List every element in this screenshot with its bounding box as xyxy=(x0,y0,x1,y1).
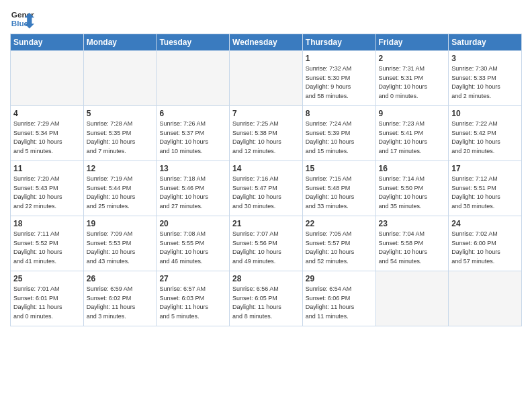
weekday-header-saturday: Saturday xyxy=(449,34,522,51)
day-number: 23 xyxy=(379,219,446,228)
day-cell: 1Sunrise: 7:32 AM Sunset: 5:30 PM Daylig… xyxy=(302,51,375,106)
weekday-header-sunday: Sunday xyxy=(11,34,84,51)
day-number: 7 xyxy=(232,109,300,118)
day-cell: 28Sunrise: 6:56 AM Sunset: 6:05 PM Dayli… xyxy=(230,271,303,326)
day-number: 26 xyxy=(87,274,154,283)
day-cell: 21Sunrise: 7:07 AM Sunset: 5:56 PM Dayli… xyxy=(230,216,303,271)
day-number: 8 xyxy=(306,109,373,118)
day-cell: 10Sunrise: 7:22 AM Sunset: 5:42 PM Dayli… xyxy=(449,106,522,161)
day-cell xyxy=(375,271,449,326)
day-info: Sunrise: 7:23 AM Sunset: 5:41 PM Dayligh… xyxy=(379,120,446,156)
day-info: Sunrise: 7:32 AM Sunset: 5:30 PM Dayligh… xyxy=(306,64,373,101)
day-info: Sunrise: 7:31 AM Sunset: 5:31 PM Dayligh… xyxy=(379,64,446,101)
day-cell: 16Sunrise: 7:14 AM Sunset: 5:50 PM Dayli… xyxy=(375,161,449,216)
day-cell: 3Sunrise: 7:30 AM Sunset: 5:33 PM Daylig… xyxy=(449,51,522,106)
weekday-header-row: SundayMondayTuesdayWednesdayThursdayFrid… xyxy=(11,34,522,51)
day-number: 11 xyxy=(13,164,81,173)
day-info: Sunrise: 7:09 AM Sunset: 5:53 PM Dayligh… xyxy=(87,230,154,266)
day-cell: 6Sunrise: 7:26 AM Sunset: 5:37 PM Daylig… xyxy=(157,106,230,161)
day-number: 29 xyxy=(306,274,373,283)
calendar-container: General Blue SundayMondayTuesdayWednesda… xyxy=(0,0,532,333)
day-info: Sunrise: 7:28 AM Sunset: 5:35 PM Dayligh… xyxy=(87,120,154,156)
day-info: Sunrise: 7:22 AM Sunset: 5:42 PM Dayligh… xyxy=(451,120,519,156)
day-info: Sunrise: 7:18 AM Sunset: 5:46 PM Dayligh… xyxy=(159,175,226,211)
day-cell: 22Sunrise: 7:05 AM Sunset: 5:57 PM Dayli… xyxy=(302,216,375,271)
logo-icon: General Blue xyxy=(10,7,34,31)
day-info: Sunrise: 7:07 AM Sunset: 5:56 PM Dayligh… xyxy=(232,230,300,266)
day-number: 20 xyxy=(159,219,226,228)
day-info: Sunrise: 7:30 AM Sunset: 5:33 PM Dayligh… xyxy=(451,64,519,101)
svg-text:Blue: Blue xyxy=(11,19,29,28)
day-number: 5 xyxy=(87,109,154,118)
day-info: Sunrise: 7:11 AM Sunset: 5:52 PM Dayligh… xyxy=(13,230,81,266)
day-cell: 25Sunrise: 7:01 AM Sunset: 6:01 PM Dayli… xyxy=(11,271,84,326)
day-cell: 19Sunrise: 7:09 AM Sunset: 5:53 PM Dayli… xyxy=(83,216,157,271)
day-number: 21 xyxy=(232,219,300,228)
day-cell: 29Sunrise: 6:54 AM Sunset: 6:06 PM Dayli… xyxy=(302,271,375,326)
day-cell: 15Sunrise: 7:15 AM Sunset: 5:48 PM Dayli… xyxy=(302,161,375,216)
day-info: Sunrise: 7:20 AM Sunset: 5:43 PM Dayligh… xyxy=(13,175,81,211)
day-cell: 27Sunrise: 6:57 AM Sunset: 6:03 PM Dayli… xyxy=(157,271,230,326)
day-info: Sunrise: 7:26 AM Sunset: 5:37 PM Dayligh… xyxy=(159,120,226,156)
weekday-header-friday: Friday xyxy=(375,34,449,51)
day-number: 9 xyxy=(379,109,446,118)
week-row-2: 4Sunrise: 7:29 AM Sunset: 5:34 PM Daylig… xyxy=(11,106,522,161)
day-number: 12 xyxy=(87,164,154,173)
day-number: 15 xyxy=(306,164,373,173)
day-cell: 13Sunrise: 7:18 AM Sunset: 5:46 PM Dayli… xyxy=(157,161,230,216)
day-number: 14 xyxy=(232,164,300,173)
day-cell: 5Sunrise: 7:28 AM Sunset: 5:35 PM Daylig… xyxy=(83,106,157,161)
day-number: 16 xyxy=(379,164,446,173)
day-number: 27 xyxy=(159,274,226,283)
day-cell xyxy=(157,51,230,106)
day-number: 25 xyxy=(13,274,81,283)
week-row-1: 1Sunrise: 7:32 AM Sunset: 5:30 PM Daylig… xyxy=(11,51,522,106)
day-cell xyxy=(230,51,303,106)
day-number: 28 xyxy=(232,274,300,283)
logo: General Blue xyxy=(10,7,37,31)
day-cell: 20Sunrise: 7:08 AM Sunset: 5:55 PM Dayli… xyxy=(157,216,230,271)
day-number: 1 xyxy=(306,54,373,63)
day-number: 13 xyxy=(159,164,226,173)
day-cell: 4Sunrise: 7:29 AM Sunset: 5:34 PM Daylig… xyxy=(11,106,84,161)
day-cell: 7Sunrise: 7:25 AM Sunset: 5:38 PM Daylig… xyxy=(230,106,303,161)
day-number: 18 xyxy=(13,219,81,228)
day-info: Sunrise: 7:15 AM Sunset: 5:48 PM Dayligh… xyxy=(306,175,373,211)
weekday-header-wednesday: Wednesday xyxy=(230,34,303,51)
day-info: Sunrise: 7:24 AM Sunset: 5:39 PM Dayligh… xyxy=(306,120,373,156)
day-cell: 11Sunrise: 7:20 AM Sunset: 5:43 PM Dayli… xyxy=(11,161,84,216)
day-number: 2 xyxy=(379,54,446,63)
day-info: Sunrise: 7:04 AM Sunset: 5:58 PM Dayligh… xyxy=(379,230,446,266)
day-number: 17 xyxy=(451,164,519,173)
day-cell xyxy=(11,51,84,106)
day-number: 22 xyxy=(306,219,373,228)
weekday-header-monday: Monday xyxy=(83,34,157,51)
day-number: 6 xyxy=(159,109,226,118)
day-info: Sunrise: 7:12 AM Sunset: 5:51 PM Dayligh… xyxy=(451,175,519,211)
day-cell: 26Sunrise: 6:59 AM Sunset: 6:02 PM Dayli… xyxy=(83,271,157,326)
day-number: 19 xyxy=(87,219,154,228)
week-row-4: 18Sunrise: 7:11 AM Sunset: 5:52 PM Dayli… xyxy=(11,216,522,271)
day-info: Sunrise: 7:05 AM Sunset: 5:57 PM Dayligh… xyxy=(306,230,373,266)
day-info: Sunrise: 7:14 AM Sunset: 5:50 PM Dayligh… xyxy=(379,175,446,211)
day-number: 10 xyxy=(451,109,519,118)
day-number: 3 xyxy=(451,54,519,63)
day-cell: 18Sunrise: 7:11 AM Sunset: 5:52 PM Dayli… xyxy=(11,216,84,271)
day-info: Sunrise: 7:16 AM Sunset: 5:47 PM Dayligh… xyxy=(232,175,300,211)
day-cell: 24Sunrise: 7:02 AM Sunset: 6:00 PM Dayli… xyxy=(449,216,522,271)
day-info: Sunrise: 6:54 AM Sunset: 6:06 PM Dayligh… xyxy=(306,285,373,321)
day-number: 24 xyxy=(451,219,519,228)
day-cell: 12Sunrise: 7:19 AM Sunset: 5:44 PM Dayli… xyxy=(83,161,157,216)
header: General Blue xyxy=(10,7,522,31)
day-cell: 17Sunrise: 7:12 AM Sunset: 5:51 PM Dayli… xyxy=(449,161,522,216)
day-cell xyxy=(83,51,157,106)
calendar-table: SundayMondayTuesdayWednesdayThursdayFrid… xyxy=(10,34,522,326)
week-row-3: 11Sunrise: 7:20 AM Sunset: 5:43 PM Dayli… xyxy=(11,161,522,216)
day-info: Sunrise: 7:19 AM Sunset: 5:44 PM Dayligh… xyxy=(87,175,154,211)
week-row-5: 25Sunrise: 7:01 AM Sunset: 6:01 PM Dayli… xyxy=(11,271,522,326)
day-cell: 8Sunrise: 7:24 AM Sunset: 5:39 PM Daylig… xyxy=(302,106,375,161)
day-info: Sunrise: 6:59 AM Sunset: 6:02 PM Dayligh… xyxy=(87,285,154,321)
weekday-header-thursday: Thursday xyxy=(302,34,375,51)
day-number: 4 xyxy=(13,109,81,118)
day-info: Sunrise: 6:57 AM Sunset: 6:03 PM Dayligh… xyxy=(159,285,226,321)
